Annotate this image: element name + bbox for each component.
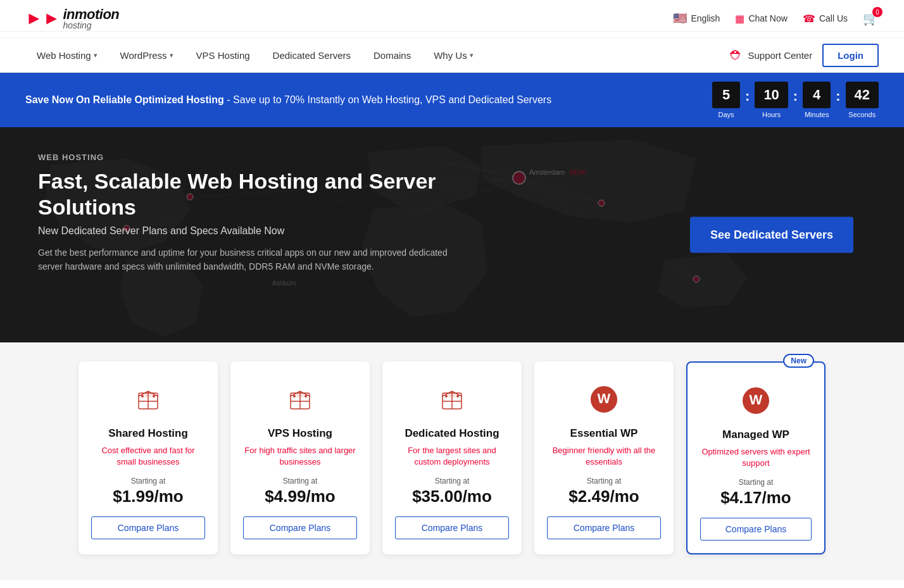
hosting-card-managed-wp: New W Managed WP Optimized servers with … [686, 361, 826, 554]
card-icon-box [284, 380, 316, 418]
nav-web-hosting[interactable]: Web Hosting ▾ [25, 38, 109, 73]
svg-point-21 [141, 395, 144, 397]
hosting-card-shared: Shared Hosting Cost effective and fast f… [78, 361, 218, 554]
svg-rect-25 [297, 393, 303, 397]
card-description: For high traffic sites and larger busine… [243, 445, 357, 468]
svg-text:NEW!: NEW! [570, 169, 587, 176]
card-description: Cost effective and fast for small busine… [91, 445, 205, 468]
hero-tag: WEB HOSTING [38, 153, 494, 162]
hosting-card-vps: VPS Hosting For high traffic sites and l… [230, 361, 370, 554]
promo-text-area: Save Now On Reliable Optimized Hosting -… [25, 94, 700, 106]
nav-wordpress[interactable]: WordPress ▾ [109, 38, 185, 73]
card-price: $4.99/mo [265, 487, 335, 506]
svg-text:Ashburn: Ashburn [272, 280, 296, 287]
svg-text:W: W [750, 392, 763, 408]
compare-plans-button[interactable]: Compare Plans [91, 516, 205, 539]
chevron-down-icon: ▾ [170, 51, 173, 59]
phone-icon: ☎ [803, 13, 815, 25]
nav-vps-hosting[interactable]: VPS Hosting [185, 38, 261, 73]
nav-domains[interactable]: Domains [362, 38, 422, 73]
language-selector[interactable]: 🇺🇸 English [673, 11, 720, 25]
call-us-button[interactable]: ☎ Call Us [803, 13, 848, 25]
countdown-timer: 5 Days : 10 Hours : 4 Minutes : 42 Secon… [712, 82, 879, 118]
svg-point-8 [598, 200, 605, 206]
support-center-link[interactable]: ⛑ Support Center [730, 48, 812, 63]
compare-plans-button[interactable]: Compare Plans [700, 518, 812, 541]
card-icon-wp: W [588, 380, 620, 418]
main-nav: Web Hosting ▾ WordPress ▾ VPS Hosting De… [0, 38, 904, 73]
svg-text:Amsterdam: Amsterdam [529, 168, 565, 176]
card-starting-label: Starting at [283, 477, 318, 485]
chat-now-button[interactable]: ▦ Chat Now [735, 13, 787, 25]
card-title: VPS Hosting [268, 427, 332, 440]
hero-section: Amsterdam NEW! os Angeles Ashburn WEB HO… [0, 127, 904, 342]
hero-subtitle: New Dedicated Server Plans and Specs Ava… [38, 225, 494, 237]
countdown-seconds: 42 Seconds [846, 82, 879, 118]
svg-point-20 [153, 395, 155, 397]
card-price: $1.99/mo [113, 487, 183, 506]
countdown-hours: 10 Hours [755, 82, 788, 118]
colon-separator: : [793, 88, 798, 104]
card-title: Dedicated Hosting [405, 427, 499, 440]
logo[interactable]: ►► inmotion hosting [25, 6, 119, 30]
svg-point-33 [445, 395, 448, 397]
compare-plans-button[interactable]: Compare Plans [547, 516, 661, 539]
hosting-cards-section: Shared Hosting Cost effective and fast f… [0, 342, 904, 580]
svg-rect-31 [449, 393, 455, 397]
login-button[interactable]: Login [822, 44, 879, 67]
colon-separator: : [836, 88, 840, 104]
colon-separator: : [745, 88, 750, 104]
hosting-card-dedicated: Dedicated Hosting For the largest sites … [382, 361, 522, 554]
svg-text:W: W [598, 391, 611, 406]
svg-point-26 [304, 395, 307, 397]
card-starting-label: Starting at [587, 477, 622, 485]
card-price: $4.17/mo [720, 488, 791, 508]
card-description: For the largest sites and custom deploym… [395, 445, 509, 468]
countdown-days: 5 Days [712, 82, 740, 118]
logo-sub: hosting [63, 20, 91, 30]
hosting-card-essential-wp: W Essential WP Beginner friendly with al… [534, 361, 674, 554]
chevron-down-icon: ▾ [94, 51, 97, 59]
hero-content: WEB HOSTING Fast, Scalable Web Hosting a… [38, 153, 494, 273]
logo-arrow-icon: ►► [25, 8, 60, 28]
card-icon-box [132, 380, 164, 418]
svg-point-11 [693, 276, 700, 282]
card-price: $35.00/mo [412, 487, 492, 506]
svg-point-32 [456, 395, 459, 397]
svg-point-27 [293, 395, 296, 397]
promo-title: Save Now On Reliable Optimized Hosting -… [25, 94, 700, 106]
card-title: Shared Hosting [108, 427, 188, 440]
language-label: English [691, 13, 720, 23]
card-starting-label: Starting at [131, 477, 166, 485]
nav-why-us[interactable]: Why Us ▾ [422, 38, 485, 73]
flag-icon: 🇺🇸 [673, 11, 687, 25]
new-badge: New [783, 354, 814, 368]
card-starting-label: Starting at [739, 478, 774, 487]
compare-plans-button[interactable]: Compare Plans [395, 516, 509, 539]
chat-icon: ▦ [735, 13, 744, 25]
card-starting-label: Starting at [435, 477, 470, 485]
card-title: Essential WP [570, 427, 638, 440]
promo-banner: Save Now On Reliable Optimized Hosting -… [0, 73, 904, 127]
nav-dedicated-servers[interactable]: Dedicated Servers [261, 38, 362, 73]
card-price: $2.49/mo [568, 487, 639, 506]
see-dedicated-servers-button[interactable]: See Dedicated Servers [690, 217, 853, 253]
card-description: Optimized servers with expert support [700, 446, 812, 469]
hero-title: Fast, Scalable Web Hosting and Server So… [38, 168, 494, 220]
lifebuoy-icon: ⛑ [730, 48, 743, 63]
chevron-down-icon: ▾ [470, 51, 474, 59]
card-description: Beginner friendly with all the essential… [547, 445, 661, 468]
cart-button[interactable]: 🛒 0 [863, 11, 879, 26]
svg-point-7 [513, 172, 525, 184]
card-icon-wp: W [740, 382, 772, 420]
countdown-minutes: 4 Minutes [803, 82, 831, 118]
svg-rect-19 [145, 393, 151, 397]
card-title: Managed WP [722, 428, 789, 441]
cart-badge: 0 [872, 7, 882, 17]
card-icon-box [436, 380, 468, 418]
hero-description: Get the best performance and uptime for … [38, 246, 468, 274]
compare-plans-button[interactable]: Compare Plans [243, 516, 357, 539]
